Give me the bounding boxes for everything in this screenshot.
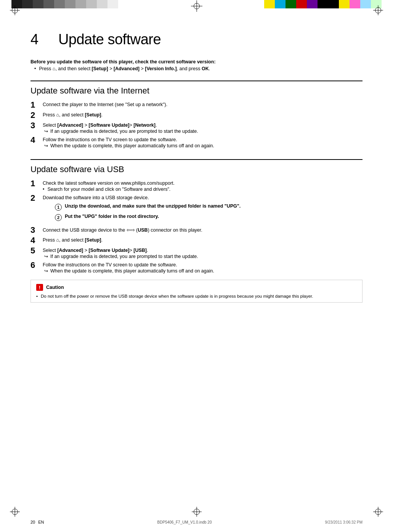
chapter-title-text: Update software <box>58 31 161 47</box>
color-swatch <box>296 0 307 8</box>
footer-date: 9/23/2011 3:06:32 PM <box>325 520 363 524</box>
sub-arrow-u6: ↪ When the update is complete, this play… <box>44 268 363 274</box>
chapter-num: 4 <box>30 31 38 47</box>
step-text-i3: Select [Advanced] > [Software Update]> [… <box>43 123 363 128</box>
color-swatch <box>54 0 65 8</box>
color-swatch <box>97 0 107 8</box>
step-text-u3: Connect the USB storage device to the ⇦⇨… <box>43 227 363 233</box>
step-text-u1: Check the latest software version on www… <box>43 181 363 186</box>
step-num-u2: 2 <box>30 194 43 202</box>
color-swatch <box>22 0 33 8</box>
sub-text-u6: When the update is complete, this player… <box>50 268 214 274</box>
sub-arrow-i4: ↪ When the update is complete, this play… <box>44 143 363 148</box>
step-num-i1: 1 <box>30 101 43 109</box>
sub-text-u1b: Search for your model and click on "Soft… <box>47 187 170 192</box>
step-internet-4: 4 Follow the instructions on the TV scre… <box>30 137 363 148</box>
color-swatch <box>118 0 129 8</box>
home-icon-u4: ⌂ <box>56 237 59 243</box>
intro-section: Before you update the software of this p… <box>30 59 363 71</box>
step-content-u1: Check the latest software version on www… <box>43 181 363 192</box>
page-number: 20 <box>30 520 35 524</box>
step-text-i4: Follow the instructions on the TV screen… <box>43 137 363 142</box>
color-swatch <box>75 0 86 8</box>
step-internet-1: 1 Connect the player to the Internet (se… <box>30 102 363 109</box>
circle-text-u2b: Put the "UPG" folder in the root directo… <box>65 214 159 219</box>
step-usb-6: 6 Follow the instructions on the TV scre… <box>30 262 363 274</box>
intro-item: • Press ⌂, and then select [Setup] > [Ad… <box>34 66 363 71</box>
step-text-u5: Select [Advanced] > [Software Update]> [… <box>43 248 363 253</box>
caution-text: • Do not turn off the power or remove th… <box>36 294 357 298</box>
step-content-u3: Connect the USB storage device to the ⇦⇨… <box>43 227 363 234</box>
caution-box: ! Caution • Do not turn off the power or… <box>30 280 363 303</box>
section-internet: Update software via the Internet 1 Conne… <box>30 81 363 148</box>
caution-bullet-sym: • <box>36 294 38 298</box>
step-text-u6: Follow the instructions on the TV screen… <box>43 262 363 268</box>
footer-left: 20 EN <box>30 520 44 524</box>
footer-file: BDP5406_F7_UM_V1.0.indb 20 <box>157 520 212 524</box>
step-num-u1: 1 <box>30 179 43 188</box>
sub-arrow-i3: ↪ If an upgrade media is detected, you a… <box>44 129 363 134</box>
intro-bold: Before you update the software of this p… <box>30 59 363 64</box>
step-content-u6: Follow the instructions on the TV screen… <box>43 262 363 274</box>
page-content: 4 Update software Before you update the … <box>0 8 393 336</box>
step-content-u5: Select [Advanced] > [Software Update]> [… <box>43 248 363 259</box>
step-content-u4: Press ⌂, and select [Setup]. <box>43 237 363 243</box>
step-text-i1: Connect the player to the Internet (see … <box>43 102 363 107</box>
caution-label: Caution <box>46 285 64 290</box>
step-text-u2: Download the software into a USB storage… <box>43 195 363 200</box>
step-usb-1: 1 Check the latest software version on w… <box>30 181 363 192</box>
section-internet-title: Update software via the Internet <box>30 86 363 96</box>
usb-icon: ⇦⇨ <box>127 227 135 233</box>
circle-num-2: 2 <box>55 214 62 221</box>
step-num-u5: 5 <box>30 247 43 255</box>
caution-header: ! Caution <box>36 284 357 291</box>
arrow-icon-u5: ↪ <box>44 254 48 259</box>
color-swatch <box>307 0 318 8</box>
step-num-u4: 4 <box>30 236 43 245</box>
step-usb-4: 4 Press ⌂, and select [Setup]. <box>30 237 363 245</box>
circle-text-u2a: Unzip the download, and make sure that t… <box>65 203 241 209</box>
color-swatch <box>275 0 286 8</box>
step-content-i4: Follow the instructions on the TV screen… <box>43 137 363 148</box>
arrow-icon-i4: ↪ <box>44 143 48 148</box>
step-content-u2: Download the software into a USB storage… <box>43 195 363 224</box>
section-usb: Update software via USB 1 Check the late… <box>30 159 363 303</box>
step-num-i4: 4 <box>30 136 43 144</box>
circle-num-1: 1 <box>55 204 62 211</box>
section-usb-title: Update software via USB <box>30 164 363 174</box>
page-lang: EN <box>38 520 44 524</box>
sub-text-i3: If an upgrade media is detected, you are… <box>50 129 198 134</box>
sub-bullet-u1: • Search for your model and click on "So… <box>43 187 363 192</box>
arrow-icon-u6: ↪ <box>44 268 48 274</box>
color-bar-right <box>264 0 382 8</box>
color-swatch <box>264 0 275 8</box>
bullet-u1: • <box>43 187 44 192</box>
color-swatch <box>65 0 75 8</box>
color-swatch <box>43 0 54 8</box>
home-icon-intro: ⌂ <box>53 66 56 71</box>
color-swatch <box>360 0 371 8</box>
step-num-i2: 2 <box>30 111 43 119</box>
step-internet-2: 2 Press ⌂, and select [Setup]. <box>30 112 363 119</box>
arrow-icon-i3: ↪ <box>44 129 48 134</box>
section-divider-1 <box>30 81 363 81</box>
color-swatch <box>33 0 43 8</box>
color-bar-left <box>11 0 129 8</box>
color-swatch <box>318 0 328 8</box>
color-swatch <box>350 0 360 8</box>
step-content-i3: Select [Advanced] > [Software Update]> [… <box>43 123 363 134</box>
section-divider-2 <box>30 159 363 160</box>
footer: 20 EN BDP5406_F7_UM_V1.0.indb 20 9/23/20… <box>0 520 393 524</box>
sub-arrow-u5: ↪ If an upgrade media is detected, you a… <box>44 254 363 259</box>
intro-item-text: Press ⌂, and then select [Setup] > [Adva… <box>39 66 210 71</box>
color-swatch <box>107 0 118 8</box>
step-content-i2: Press ⌂, and select [Setup]. <box>43 112 363 118</box>
color-swatch <box>328 0 339 8</box>
circle-step-u2b: 2 Put the "UPG" folder in the root direc… <box>55 214 363 221</box>
step-num-i3: 3 <box>30 121 43 130</box>
color-swatch <box>286 0 296 8</box>
circle-step-u2a: 1 Unzip the download, and make sure that… <box>55 203 363 211</box>
sub-text-i4: When the update is complete, this player… <box>50 143 214 148</box>
intro-bullet: • <box>34 66 36 71</box>
step-num-u3: 3 <box>30 226 43 234</box>
